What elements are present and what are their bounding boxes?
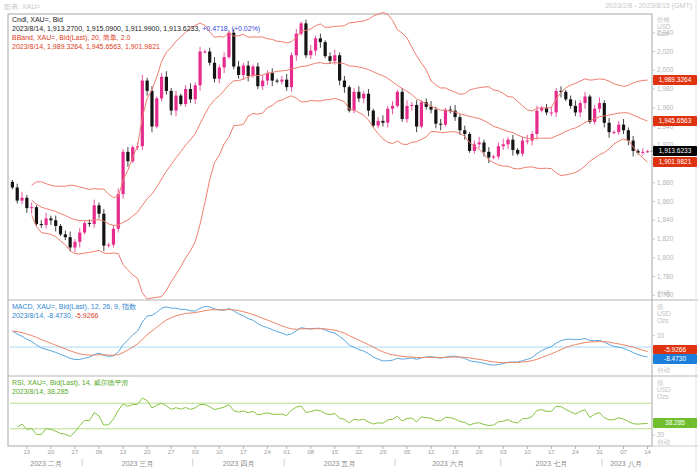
x-day-tick: 27 — [163, 449, 179, 455]
rsi-tick: 20 — [657, 431, 664, 438]
x-day-tick: 31 — [591, 449, 607, 455]
rsi-title[interactable]: RSI, XAU=, Bid(Last), 14, 威尔德平滑 — [12, 378, 129, 387]
price-tick: 1,860 — [657, 198, 673, 205]
x-day-tick: 06 — [91, 449, 107, 455]
change-values: +0.4718, (+0.02%) — [202, 25, 260, 32]
macd-axis-currency: USD — [657, 310, 671, 317]
rsi-legend: RSI, XAU=, Bid(Last), 14, 威尔德平滑 2023/8/1… — [12, 378, 129, 396]
x-day-tick: 20 — [139, 449, 155, 455]
rsi-axis-currency: USD — [657, 386, 671, 393]
ohlc-readout: 2023/8/14, 1,913.2700, 1,915.0900, 1,911… — [12, 24, 260, 33]
x-day-tick: 27 — [67, 449, 83, 455]
x-day-tick: 26 — [471, 449, 487, 455]
x-month-separator: | — [192, 458, 194, 465]
rsi-axis-auto[interactable]: 自动 — [657, 438, 670, 447]
main-legend: Cndl, XAU=, Bid 2023/8/14, 1,913.2700, 1… — [12, 15, 260, 51]
x-day-tick: 12 — [423, 449, 439, 455]
x-day-tick: 08 — [303, 449, 319, 455]
x-day-tick: 05 — [399, 449, 415, 455]
price-tick: 2,020 — [657, 48, 673, 55]
x-day-tick: 22 — [351, 449, 367, 455]
macd-legend: MACD, XAU=, Bid(Last), 12, 26, 9, 指数 202… — [12, 302, 136, 320]
macd-title[interactable]: MACD, XAU=, Bid(Last), 12, 26, 9, 指数 — [12, 302, 136, 311]
x-day-tick: 17 — [235, 449, 251, 455]
x-month-separator: | — [81, 458, 83, 465]
macd-readout: 2023/8/14, -8.4730, -5.9266 — [12, 311, 136, 320]
x-day-tick: 10 — [519, 449, 535, 455]
macd-value-badge: -8.4730 — [653, 354, 697, 364]
x-day-tick: 03 — [495, 449, 511, 455]
x-month-label: 2023 五月 — [308, 459, 372, 469]
x-month-label: 2023 四月 — [207, 459, 271, 469]
price-tick: 1,960 — [657, 104, 673, 111]
price-tick: 1,780 — [657, 273, 673, 280]
series-title[interactable]: Cndl, XAU=, Bid — [12, 15, 260, 24]
price-badge: 1,989.3264 — [653, 75, 697, 85]
macd-value: -8.4730, — [47, 312, 75, 319]
x-day-tick: 13 — [115, 449, 131, 455]
x-month-label: 2023 八月 — [594, 459, 658, 469]
x-day-tick: 24 — [567, 449, 583, 455]
price-tick: 1,980 — [657, 85, 673, 92]
x-day-tick: 20 — [43, 449, 59, 455]
macd-date: 2023/8/14, — [12, 312, 47, 319]
price-tick: 1,800 — [657, 254, 673, 261]
x-month-separator: | — [394, 458, 396, 465]
window-title: 图表: XAU= — [4, 2, 40, 12]
x-month-label: 2023 六月 — [416, 459, 480, 469]
rsi-value-badge: 38.285 — [653, 418, 697, 428]
price-badge: 1,945.6563 — [653, 116, 697, 126]
ohlc-values: 2023/8/14, 1,913.2700, 1,915.0900, 1,911… — [12, 25, 202, 32]
x-month-separator: | — [283, 458, 285, 465]
x-day-tick: 29 — [375, 449, 391, 455]
x-month-label: 2023 七月 — [519, 459, 583, 469]
x-day-tick: 14 — [640, 449, 656, 455]
x-day-tick: 10 — [211, 449, 227, 455]
macd-axis-ozs: Ozs — [657, 317, 669, 324]
x-day-tick: 07 — [616, 449, 632, 455]
x-day-tick: 15 — [327, 449, 343, 455]
macd-axis-auto[interactable]: 自动 — [657, 366, 670, 375]
x-day-tick: 03 — [187, 449, 203, 455]
x-day-tick: 17 — [543, 449, 559, 455]
macd-signal-badge: -5.9266 — [653, 345, 697, 355]
price-chart-canvas[interactable] — [0, 0, 698, 473]
price-tick: 2,040 — [657, 29, 673, 36]
price-tick: 1,760 — [657, 291, 673, 298]
price-tick: 1,840 — [657, 216, 673, 223]
rsi-axis-ozs: Ozs — [657, 393, 669, 400]
price-tick: 1,880 — [657, 179, 673, 186]
macd-tick: 10 — [657, 332, 664, 339]
price-tick: 1,820 — [657, 235, 673, 242]
rsi-readout: 2023/8/14, 38.285 — [12, 387, 129, 396]
bband-values: 2023/8/14, 1,989.3264, 1,945.6563, 1,901… — [12, 42, 260, 51]
x-month-label: 2023 三月 — [106, 459, 170, 469]
price-badge: 1,901.9821 — [653, 157, 697, 167]
macd-signal-value: -5.9266 — [75, 312, 99, 319]
chart-window: 图表: XAU= 2023/2/8 - 2023/8/15 (GMT) Cndl… — [0, 0, 698, 473]
date-range-label: 2023/2/8 - 2023/8/15 (GMT) — [605, 2, 692, 9]
x-day-tick: 24 — [259, 449, 275, 455]
price-badge: 1,913.6233 — [653, 146, 697, 156]
price-tick: 2,000 — [657, 66, 673, 73]
x-month-label: 2023 二月 — [14, 459, 78, 469]
x-day-tick: 19 — [447, 449, 463, 455]
x-month-separator: | — [601, 458, 603, 465]
x-day-tick: 01 — [279, 449, 295, 455]
bband-legend[interactable]: BBand, XAU=, Bid(Last), 20, 简单, 2.0 — [12, 33, 260, 42]
x-day-tick: 13 — [19, 449, 35, 455]
x-month-separator: | — [500, 458, 502, 465]
